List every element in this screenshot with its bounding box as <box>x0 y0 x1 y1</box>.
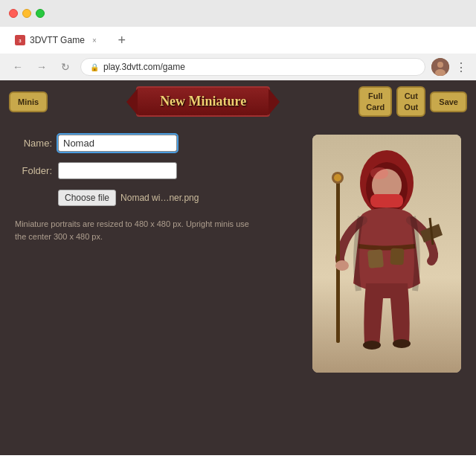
hint-text: Miniature portraits are resized to 480 x… <box>15 218 253 242</box>
traffic-lights <box>9 9 45 18</box>
url-text: play.3dvtt.com/game <box>103 62 185 72</box>
tab-label: 3DVTT Game <box>30 35 85 45</box>
form-fields: Name: Folder: Choose file Nomad wi…ner.p… <box>15 135 298 373</box>
svg-point-16 <box>363 341 381 350</box>
file-name-display: Nomad wi…ner.png <box>120 193 199 203</box>
maximize-traffic-light[interactable] <box>36 9 45 18</box>
back-button[interactable]: ← <box>9 58 27 76</box>
refresh-button[interactable]: ↻ <box>57 58 74 76</box>
svg-point-17 <box>393 339 411 348</box>
character-svg <box>312 135 461 373</box>
svg-point-13 <box>335 260 349 271</box>
game-toolbar: Minis New Miniature Full Card Cut Out Sa… <box>0 80 476 123</box>
lock-icon: 🔒 <box>90 63 99 71</box>
full-card-button[interactable]: Full Card <box>358 86 392 117</box>
svg-rect-9 <box>370 194 403 208</box>
page-title: New Miniature <box>160 94 246 109</box>
save-button[interactable]: Save <box>430 91 467 112</box>
name-field-row: Name: <box>15 135 298 152</box>
profile-avatar[interactable] <box>431 58 449 76</box>
close-traffic-light[interactable] <box>9 9 18 18</box>
browser-tab[interactable]: 3 3DVTT Game × <box>6 29 109 51</box>
name-input[interactable] <box>58 135 177 152</box>
minis-button[interactable]: Minis <box>9 91 48 112</box>
svg-rect-15 <box>390 248 404 266</box>
game-page: Minis New Miniature Full Card Cut Out Sa… <box>0 80 476 455</box>
cut-out-line1: Cut <box>404 91 418 101</box>
tab-bar: 3 3DVTT Game × + <box>0 27 476 54</box>
browser-chrome: 3 3DVTT Game × + ← → ↻ 🔒 play.3dvtt.com/… <box>0 0 476 80</box>
full-card-line2: Card <box>366 102 385 112</box>
more-button[interactable]: ⋮ <box>455 60 467 74</box>
svg-point-18 <box>370 167 388 179</box>
cut-out-line2: Out <box>404 102 418 112</box>
address-bar: ← → ↻ 🔒 play.3dvtt.com/game ⋮ <box>0 54 476 80</box>
tab-close-btn[interactable]: × <box>89 35 100 45</box>
title-bar <box>0 0 476 27</box>
character-illustration <box>312 135 461 373</box>
svg-rect-14 <box>367 249 384 268</box>
folder-label: Folder: <box>15 165 52 176</box>
svg-point-12 <box>334 174 341 181</box>
character-preview <box>312 135 461 373</box>
new-tab-button[interactable]: + <box>112 30 132 51</box>
file-row: Choose file Nomad wi…ner.png <box>58 190 298 206</box>
cut-out-button[interactable]: Cut Out <box>396 86 425 117</box>
full-card-line1: Full <box>366 91 385 101</box>
svg-point-3 <box>437 62 443 68</box>
url-field[interactable]: 🔒 play.3dvtt.com/game <box>80 58 425 76</box>
name-label: Name: <box>15 138 52 149</box>
form-area: Name: Folder: Choose file Nomad wi…ner.p… <box>0 123 476 385</box>
folder-field-row: Folder: <box>15 162 298 179</box>
page-title-banner: New Miniature <box>136 86 270 117</box>
tab-favicon: 3 <box>15 35 25 45</box>
toolbar-right: Full Card Cut Out Save <box>358 86 467 117</box>
minimize-traffic-light[interactable] <box>22 9 31 18</box>
folder-input[interactable] <box>58 162 177 179</box>
forward-button[interactable]: → <box>33 58 51 76</box>
choose-file-button[interactable]: Choose file <box>58 190 116 206</box>
